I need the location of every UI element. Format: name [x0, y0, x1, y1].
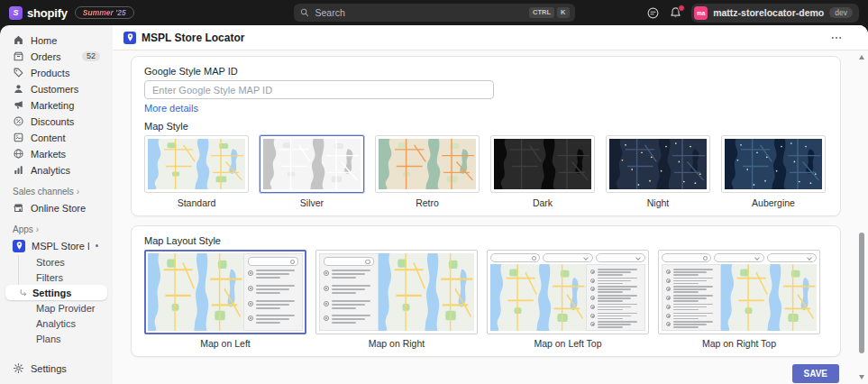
store-switcher[interactable]: ma mattz-storelocator-demo dev — [691, 4, 859, 23]
scroll-up-arrow[interactable] — [859, 55, 864, 59]
store-name: mattz-storelocator-demo — [713, 7, 824, 18]
sidebar-subitem-stores[interactable]: Stores — [5, 254, 107, 270]
map-layout-option-label: Map on Right Top — [702, 338, 776, 349]
sidebar-item-content[interactable]: Content — [5, 130, 107, 145]
shopify-logo[interactable]: S shopify — [9, 6, 68, 20]
sidebar-subitem-analytics[interactable]: Analytics — [5, 315, 107, 331]
sidebar-item-mspl-store-locator[interactable]: MSPL Store Locator — [5, 238, 107, 253]
inbox-icon — [646, 6, 660, 20]
sidebar-item-label: Discounts — [31, 116, 100, 127]
map-layout-thumbnail[interactable] — [658, 250, 820, 334]
map-style-option-dark[interactable]: Dark — [490, 135, 595, 208]
edition-badge[interactable]: Summer '25 — [75, 6, 134, 19]
orders-icon — [13, 50, 24, 62]
map-id-input[interactable] — [144, 80, 494, 99]
sidebar-item-markets[interactable]: Markets — [5, 146, 107, 161]
apps-header[interactable]: Apps › — [0, 216, 113, 238]
sidebar-item-settings-footer[interactable]: Settings — [5, 361, 107, 376]
map-style-option-silver[interactable]: Silver — [260, 135, 364, 208]
map-style-option-label: Retro — [416, 197, 439, 208]
store-list-item-placeholder — [666, 285, 717, 292]
store-list-panel — [243, 253, 303, 331]
map-layout-option-label: Map on Left Top — [534, 338, 601, 349]
map-layout-option-map-on-left[interactable]: Map on Left — [144, 250, 306, 349]
pin-icon — [666, 287, 671, 291]
map-style-thumbnail[interactable] — [375, 135, 480, 193]
customers-icon — [13, 83, 24, 95]
app-subnav: StoresFiltersSettingsMap ProviderAnalyti… — [0, 254, 113, 346]
pin-icon — [248, 301, 253, 306]
sidebar-item-marketing[interactable]: Marketing — [5, 97, 107, 113]
sidebar-item-label: Marketing — [31, 100, 100, 111]
notifications-button[interactable] — [669, 6, 682, 20]
scroll-down-arrow[interactable] — [859, 375, 864, 379]
map-style-option-aubergine[interactable]: Aubergine — [721, 135, 826, 208]
mini-map — [490, 264, 586, 331]
mini-search-pill — [490, 253, 540, 262]
pin-icon — [324, 301, 329, 306]
sidebar-subitem-map-provider[interactable]: Map Provider — [5, 300, 107, 315]
scrollbar[interactable] — [858, 52, 866, 382]
sidebar-item-label: Markets — [31, 149, 100, 160]
sidebar-item-online-store[interactable]: Online Store — [5, 200, 107, 215]
sidebar-item-orders[interactable]: Orders52 — [5, 49, 107, 64]
sidebar-item-discounts[interactable]: Discounts — [5, 114, 107, 129]
store-list-item-placeholder — [666, 294, 717, 301]
map-style-thumbnail[interactable] — [144, 135, 249, 193]
map-layout-thumbnail[interactable] — [487, 250, 649, 334]
store-list-item-placeholder — [590, 268, 641, 275]
map-style-option-standard[interactable]: Standard — [144, 135, 249, 208]
sidebar-subitem-plans[interactable]: Plans — [5, 331, 107, 346]
mini-filter-bar — [490, 253, 645, 262]
sidebar-item-home[interactable]: Home — [5, 32, 107, 48]
kbd-k: K — [557, 7, 569, 18]
chevron-right-icon: › — [77, 187, 79, 197]
sidebar-item-analytics[interactable]: Analytics — [5, 162, 107, 178]
mini-select-pill — [596, 253, 645, 262]
notification-dot — [678, 5, 685, 12]
save-button[interactable]: SAVE — [792, 364, 840, 383]
map-style-option-label: Standard — [178, 197, 216, 208]
map-layout-option-map-on-left-top[interactable]: Map on Left Top — [487, 250, 649, 349]
global-search-bar[interactable]: Search CTRLK — [294, 4, 575, 22]
more-details-link[interactable]: More details — [144, 103, 198, 114]
sidebar-item-label: Orders — [31, 51, 76, 62]
map-style-option-night[interactable]: Night — [606, 135, 710, 208]
search-placeholder: Search — [315, 7, 525, 18]
more-icon[interactable] — [830, 32, 843, 44]
search-icon — [299, 7, 310, 18]
mini-map — [148, 253, 243, 331]
app-nav-label: MSPL Store Locator — [32, 241, 89, 251]
sidebar-item-products[interactable]: Products — [5, 65, 107, 80]
map-layout-thumbnail[interactable] — [144, 250, 306, 334]
shopify-bag-icon: S — [9, 6, 23, 20]
map-style-thumbnail[interactable] — [490, 135, 595, 193]
page-title: MSPL Store Locator — [142, 32, 825, 44]
map-style-label: Map Style — [144, 121, 827, 132]
map-style-thumbnail[interactable] — [721, 135, 826, 193]
scrollbar-thumb[interactable] — [859, 233, 864, 353]
marketing-icon — [13, 99, 24, 111]
map-id-label: Google Style MAP ID — [144, 66, 827, 77]
map-layout-option-map-on-right[interactable]: Map on Right — [315, 250, 478, 349]
sidebar-subitem-filters[interactable]: Filters — [5, 270, 107, 285]
pin-icon — [666, 305, 671, 309]
map-layout-option-map-on-right-top[interactable]: Map on Right Top — [658, 250, 820, 349]
map-style-thumbnail[interactable] — [606, 135, 710, 193]
app-icon-bg — [13, 240, 25, 252]
map-style-option-retro[interactable]: Retro — [375, 135, 480, 208]
sidebar-item-label: Customers — [31, 84, 100, 95]
sidebar-item-customers[interactable]: Customers — [5, 81, 107, 96]
sidebar-subitem-settings[interactable]: Settings — [5, 285, 107, 300]
map-pin-icon — [125, 32, 135, 42]
store-list-item-placeholder — [248, 269, 298, 282]
dev-badge: dev — [829, 7, 853, 18]
pin-icon — [666, 296, 671, 300]
store-list-item-placeholder — [666, 303, 717, 310]
sales-channels-header[interactable]: Sales channels › — [0, 178, 113, 200]
gear-icon — [13, 362, 24, 374]
inbox-button[interactable] — [646, 6, 660, 20]
pin-icon — [248, 270, 253, 276]
map-layout-thumbnail[interactable] — [315, 250, 478, 334]
map-style-thumbnail[interactable] — [260, 135, 364, 193]
